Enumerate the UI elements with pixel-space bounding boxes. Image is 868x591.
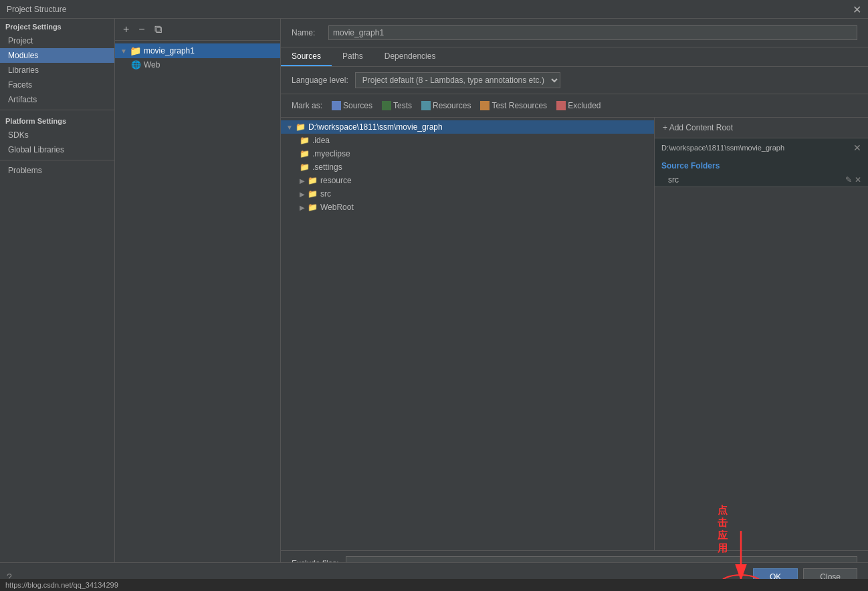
title-bar: Project Structure ✕ [0, 0, 868, 19]
mark-row: Mark as: Sources Tests Resources Test Re… [281, 94, 868, 118]
mark-sources-button[interactable]: Sources [329, 100, 375, 112]
source-folder-item: src ✎ ✕ [655, 173, 868, 187]
sidebar-item-facets[interactable]: Facets [0, 78, 114, 92]
root-arrow: ▼ [286, 124, 293, 131]
main-container: Project Settings Project Modules Librari… [0, 19, 868, 591]
resources-color-icon [421, 101, 431, 110]
content-root-close-button[interactable]: ✕ [853, 142, 861, 153]
sidebar-divider-2 [0, 160, 114, 160]
content-root-panel: + Add Content Root D:\workspace\1811\ssm… [654, 118, 868, 550]
lang-label: Language level: [292, 76, 348, 85]
folder-icon-settings: 📁 [300, 162, 310, 172]
platform-settings-header: Platform Settings [0, 113, 114, 128]
module-panel: + − ⧉ ▼ 📁 movie_graph1 🌐 Web [115, 19, 281, 591]
url-bar: https://blog.csdn.net/qq_34134299 [0, 579, 868, 591]
folder-icon-webroot: 📁 [308, 203, 318, 212]
close-button[interactable]: ✕ [853, 3, 861, 16]
source-folders-label: Source Folders [655, 157, 868, 173]
module-toolbar: + − ⧉ [115, 19, 280, 41]
dir-item-src[interactable]: ▶ 📁 src [281, 187, 654, 201]
dir-tree: ▼ 📁 D:\workspace\1811\ssm\movie_graph 📁 … [281, 118, 654, 550]
dir-item-settings[interactable]: 📁 .settings [281, 160, 654, 174]
mark-as-label: Mark as: [292, 101, 322, 110]
remove-module-button[interactable]: − [136, 23, 147, 36]
lang-row: Language level: Project default (8 - Lam… [281, 67, 868, 94]
name-row: Name: [281, 19, 868, 47]
resource-arrow: ▶ [300, 177, 305, 185]
webroot-arrow: ▶ [300, 204, 305, 211]
window-title: Project Structure [7, 5, 66, 14]
content-panel: Name: Sources Paths Dependencies Languag… [281, 19, 868, 591]
test-resources-color-icon [480, 101, 490, 110]
folder-icon-idea: 📁 [300, 136, 310, 145]
tab-sources[interactable]: Sources [281, 47, 332, 66]
source-folder-actions: ✎ ✕ [845, 175, 861, 185]
name-input[interactable] [328, 25, 857, 40]
dir-item-webroot[interactable]: ▶ 📁 WebRoot [281, 201, 654, 214]
folder-icon-myeclipse: 📁 [300, 149, 310, 158]
dir-item-idea[interactable]: 📁 .idea [281, 134, 654, 147]
src-arrow: ▶ [300, 191, 305, 198]
content-root-path: D:\workspace\1811\ssm\movie_graph [661, 144, 784, 152]
project-settings-header: Project Settings [0, 19, 114, 33]
content-split: ▼ 📁 D:\workspace\1811\ssm\movie_graph 📁 … [281, 118, 868, 550]
tab-dependencies[interactable]: Dependencies [374, 47, 447, 66]
folder-icon-src: 📁 [308, 189, 318, 199]
sidebar-divider [0, 110, 114, 110]
sidebar-item-libraries[interactable]: Libraries [0, 63, 114, 78]
mark-tests-button[interactable]: Tests [379, 100, 415, 112]
tree-arrow: ▼ [120, 47, 127, 55]
sidebar-item-artifacts[interactable]: Artifacts [0, 92, 114, 107]
folder-icon: 📁 [130, 45, 141, 56]
excluded-color-icon [556, 101, 566, 110]
edit-source-folder-button[interactable]: ✎ [845, 175, 852, 185]
dir-item-root[interactable]: ▼ 📁 D:\workspace\1811\ssm\movie_graph [281, 120, 654, 134]
sidebar: Project Settings Project Modules Librari… [0, 19, 115, 591]
remove-source-folder-button[interactable]: ✕ [855, 175, 861, 185]
add-module-button[interactable]: + [120, 23, 132, 36]
name-label: Name: [292, 28, 322, 37]
tree-item-web[interactable]: 🌐 Web [115, 58, 280, 72]
web-icon: 🌐 [131, 60, 141, 70]
tree-item-movie-graph1[interactable]: ▼ 📁 movie_graph1 [115, 43, 280, 58]
sidebar-item-modules[interactable]: Modules [0, 48, 114, 63]
sidebar-item-sdks[interactable]: SDKs [0, 128, 114, 142]
add-content-root-button[interactable]: + Add Content Root [655, 118, 868, 138]
tests-color-icon [382, 101, 391, 110]
mark-resources-button[interactable]: Resources [419, 100, 473, 112]
sidebar-item-project[interactable]: Project [0, 33, 114, 48]
sidebar-item-problems[interactable]: Problems [0, 163, 114, 178]
content-root-header: D:\workspace\1811\ssm\movie_graph ✕ [655, 138, 868, 157]
dir-item-myeclipse[interactable]: 📁 .myeclipse [281, 147, 654, 160]
folder-icon-resource: 📁 [308, 176, 318, 185]
tab-paths[interactable]: Paths [332, 47, 374, 66]
dir-item-resource[interactable]: ▶ 📁 resource [281, 174, 654, 187]
sources-color-icon [332, 101, 341, 110]
tabs-row: Sources Paths Dependencies [281, 47, 868, 67]
folder-icon-root: 📁 [296, 122, 306, 132]
sidebar-item-global-libraries[interactable]: Global Libraries [0, 142, 114, 157]
mark-excluded-button[interactable]: Excluded [554, 100, 603, 112]
module-tree: ▼ 📁 movie_graph1 🌐 Web [115, 41, 280, 591]
copy-module-button[interactable]: ⧉ [152, 23, 165, 36]
mark-test-resources-button[interactable]: Test Resources [477, 100, 550, 112]
language-level-select[interactable]: Project default (8 - Lambdas, type annot… [355, 72, 560, 88]
content-root-item: D:\workspace\1811\ssm\movie_graph ✕ Sour… [655, 138, 868, 187]
